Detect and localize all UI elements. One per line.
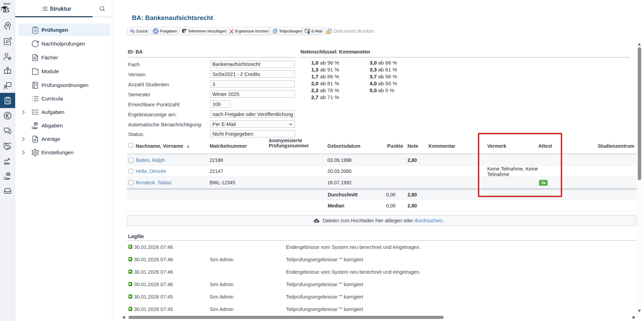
svg-text:a5: a5 — [3, 7, 9, 13]
